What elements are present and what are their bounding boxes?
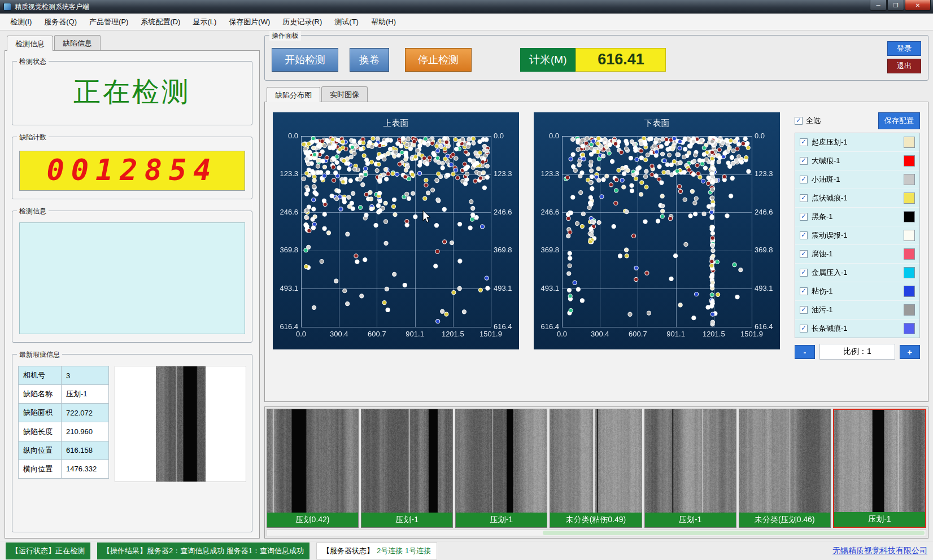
- scale-minus-button[interactable]: -: [795, 345, 815, 359]
- legend-checkbox-2[interactable]: [800, 176, 808, 183]
- defect-count-group: 缺陷计数 0012854: [12, 137, 252, 199]
- legend-label: 油污-1: [812, 305, 833, 315]
- defect-thumbnail-6[interactable]: 压划-1: [833, 409, 926, 528]
- legend-checkbox-0[interactable]: [800, 138, 808, 146]
- legend-item-8[interactable]: 粘伤-1: [795, 282, 919, 301]
- detect-info-group-title: 检测信息: [17, 207, 49, 216]
- server-status-value: 2号连接 1号连接: [377, 546, 431, 556]
- operation-buttons-row: 开始检测 换卷 停止检测 计米(M) 616.41 登录 退出: [272, 46, 921, 73]
- view-tab-1[interactable]: 实时图像: [321, 86, 368, 102]
- left-tab-0[interactable]: 检测信息: [7, 36, 53, 51]
- menu-item-6[interactable]: 历史记录(R): [277, 14, 328, 30]
- legend-label: 点状碱痕-1: [812, 193, 848, 203]
- legend-item-3[interactable]: 点状碱痕-1: [795, 189, 919, 208]
- menu-item-3[interactable]: 系统配置(D): [135, 14, 186, 30]
- defect-legend-panel: 全选 保存配置 起皮压划-1大碱痕-1小油斑-1点状碱痕-1黑条-1震动误报-1…: [795, 112, 920, 396]
- server-status-label: 【服务器状态】: [322, 546, 374, 556]
- defect-thumbnail-2[interactable]: 压划-1: [455, 409, 547, 528]
- change-roll-button[interactable]: 换卷: [350, 48, 389, 72]
- menu-item-7[interactable]: 测试(T): [329, 14, 364, 30]
- thumbnail-label: 未分类(压划0.46): [739, 513, 830, 527]
- legend-item-6[interactable]: 腐蚀-1: [795, 245, 919, 264]
- defect-thumbnail-0[interactable]: 压划0.42): [267, 409, 359, 528]
- scale-controls: - 比例：1 +: [795, 344, 920, 360]
- legend-item-2[interactable]: 小油斑-1: [795, 170, 919, 189]
- defect-row-value: 210.960: [62, 422, 109, 441]
- thumbnail-label: 压划-1: [645, 513, 736, 527]
- close-button[interactable]: ✕: [905, 0, 931, 11]
- thumbnail-label: 未分类(粘伤0.49): [550, 513, 641, 527]
- menubar: 检测(I)服务器(Q)产品管理(P)系统配置(D)显示(L)保存图片(W)历史记…: [0, 14, 933, 30]
- view-area: 缺陷分布图实时图像 全选 保存配置 起皮压划-1大碱痕-1小油斑-1点状碱痕-1…: [264, 86, 928, 402]
- thumbnail-image: [550, 409, 641, 513]
- operation-panel-title: 操作面板: [269, 31, 301, 41]
- legend-color-swatch: [904, 174, 915, 185]
- detect-info-group: 检测信息: [12, 211, 252, 343]
- exit-button[interactable]: 退出: [887, 59, 921, 73]
- view-tab-content: 全选 保存配置 起皮压划-1大碱痕-1小油斑-1点状碱痕-1黑条-1震动误报-1…: [264, 102, 928, 402]
- left-tab-1[interactable]: 缺陷信息: [54, 35, 101, 50]
- legend-checkbox-8[interactable]: [800, 287, 808, 295]
- legend-checkbox-7[interactable]: [800, 269, 808, 277]
- meter-value: 616.41: [576, 48, 666, 72]
- minimize-button[interactable]: ─: [870, 0, 887, 11]
- thumbnail-label: 压划-1: [834, 512, 925, 527]
- legend-label: 长条碱痕-1: [812, 323, 848, 334]
- defect-row-value: 1476.332: [62, 460, 109, 478]
- menu-item-5[interactable]: 保存图片(W): [223, 14, 276, 30]
- menu-item-0[interactable]: 检测(I): [5, 14, 37, 30]
- view-tab-0[interactable]: 缺陷分布图: [267, 87, 320, 102]
- defect-thumbnail-4[interactable]: 压划-1: [644, 409, 736, 528]
- server-status-badge: 【服务器状态】 2号连接 1号连接: [316, 542, 437, 559]
- thumbnail-scrollbar-thumb[interactable]: [543, 531, 925, 535]
- menu-item-1[interactable]: 服务器(Q): [38, 14, 82, 30]
- defect-thumbnail-3[interactable]: 未分类(粘伤0.49): [550, 409, 642, 528]
- main-content: 检测信息缺陷信息 检测状态 正在检测 缺陷计数 0012854 检测信息 最新瑕…: [0, 30, 933, 541]
- menu-item-4[interactable]: 显示(L): [187, 14, 222, 30]
- detect-info-box[interactable]: [19, 222, 245, 334]
- defect-row-label: 纵向位置: [19, 441, 62, 460]
- login-button[interactable]: 登录: [887, 41, 921, 56]
- legend-color-swatch: [904, 267, 915, 278]
- thumbnail-image: [834, 410, 925, 512]
- legend-color-swatch: [904, 155, 915, 167]
- legend-label: 起皮压划-1: [812, 137, 848, 147]
- defect-thumbnail-1[interactable]: 压划-1: [361, 409, 453, 528]
- stop-detect-button[interactable]: 停止检测: [405, 48, 472, 72]
- menu-item-8[interactable]: 帮助(H): [365, 14, 402, 30]
- legend-checkbox-10[interactable]: [800, 325, 808, 333]
- legend-item-4[interactable]: 黑条-1: [795, 208, 919, 226]
- legend-item-7[interactable]: 金属压入-1: [795, 264, 919, 282]
- defect-table-row-5: 横向位置1476.332: [19, 460, 109, 478]
- window-title: 精质视觉检测系统客户端: [15, 2, 89, 12]
- start-detect-button[interactable]: 开始检测: [272, 48, 338, 72]
- defect-preview-image: [156, 366, 206, 482]
- legend-item-5[interactable]: 震动误报-1: [795, 226, 919, 245]
- operation-result-badge: 【操作结果】服务器2：查询信息成功 服务器1：查询信息成功: [97, 542, 309, 559]
- defect-row-value: 616.158: [62, 441, 109, 460]
- scale-plus-button[interactable]: +: [900, 345, 920, 359]
- legend-checkbox-9[interactable]: [800, 306, 808, 314]
- legend-checkbox-6[interactable]: [800, 250, 808, 258]
- legend-item-9[interactable]: 油污-1: [795, 301, 919, 320]
- legend-item-10[interactable]: 长条碱痕-1: [795, 320, 919, 338]
- menu-item-2[interactable]: 产品管理(P): [84, 14, 134, 30]
- maximize-button[interactable]: ❐: [887, 0, 904, 11]
- defect-thumbnail-5[interactable]: 未分类(压划0.46): [739, 409, 831, 528]
- save-config-button[interactable]: 保存配置: [878, 112, 920, 129]
- legend-color-swatch: [904, 230, 915, 241]
- legend-checkbox-5[interactable]: [800, 231, 808, 239]
- select-all-label: 全选: [806, 116, 821, 126]
- company-link[interactable]: 无锡精质视觉科技有限公司: [832, 546, 927, 556]
- legend-checkbox-4[interactable]: [800, 213, 808, 221]
- legend-item-0[interactable]: 起皮压划-1: [795, 133, 919, 152]
- legend-checkbox-1[interactable]: [800, 157, 808, 165]
- legend-checkbox-3[interactable]: [800, 194, 808, 202]
- defect-row-value: 3: [62, 366, 109, 385]
- select-all-checkbox[interactable]: [795, 117, 803, 125]
- legend-item-1[interactable]: 大碱痕-1: [795, 152, 919, 170]
- legend-label: 黑条-1: [812, 212, 833, 222]
- defect-count-group-title: 缺陷计数: [17, 133, 49, 142]
- thumbnail-scrollbar[interactable]: [267, 530, 926, 536]
- meter-label: 计米(M): [520, 48, 576, 72]
